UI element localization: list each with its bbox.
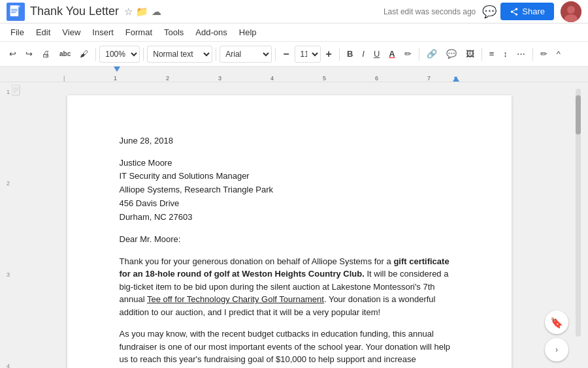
svg-rect-2 xyxy=(11,8,18,9)
inline-comment-button[interactable]: 💬 xyxy=(442,46,461,61)
italic-button[interactable]: I xyxy=(358,46,368,61)
menu-edit[interactable]: Edit xyxy=(31,25,56,39)
increase-font-button[interactable]: + xyxy=(322,46,336,63)
menu-tools[interactable]: Tools xyxy=(159,25,189,39)
divider-5 xyxy=(339,48,340,61)
menu-format[interactable]: Format xyxy=(120,25,157,39)
divider-7 xyxy=(482,48,482,61)
user-avatar[interactable] xyxy=(561,1,581,22)
highlight-button[interactable]: ✏ xyxy=(400,46,416,61)
para1-pre: Thank you for your generous donation on … xyxy=(120,256,394,266)
image-button[interactable]: 🖼 xyxy=(462,46,478,61)
letter-address: Justice Moore IT Security and Solutions … xyxy=(120,157,459,224)
google-docs-icon xyxy=(7,3,25,21)
zoom-select[interactable]: 100%75%125%150% xyxy=(99,46,140,63)
menu-addons[interactable]: Add-ons xyxy=(190,25,232,39)
cloud-icon[interactable]: ☁ xyxy=(152,6,161,18)
link-button[interactable]: 🔗 xyxy=(423,46,441,61)
bottom-right-buttons: 🔖 › xyxy=(545,311,568,361)
divider-6 xyxy=(419,48,419,61)
undo-button[interactable]: ↩ xyxy=(5,46,20,61)
toolbar: ↩ ↪ 🖨 abc 🖌 100%75%125%150% Normal textH… xyxy=(0,42,588,67)
ruler: .rtick { position: absolute; bottom: 0; … xyxy=(0,67,588,82)
paint-format-button[interactable]: 🖌 xyxy=(76,46,92,61)
print-button[interactable]: 🖨 xyxy=(38,46,54,61)
address-line-2: IT Security and Solutions Manager xyxy=(120,170,459,183)
more-options-button[interactable]: ⋯ xyxy=(513,46,529,61)
decrease-font-button[interactable]: − xyxy=(279,46,293,63)
menu-insert[interactable]: Insert xyxy=(87,25,119,39)
divider-3 xyxy=(216,48,216,61)
letter-date: June 28, 2018 xyxy=(120,134,459,147)
redo-button[interactable]: ↪ xyxy=(22,46,37,61)
divider-1 xyxy=(95,48,96,61)
bookmark-button[interactable]: 🔖 xyxy=(545,311,568,334)
svg-rect-4 xyxy=(11,12,16,12)
main-area: 1 2 3 4 June 28, 2018 Justice Moore IT S… xyxy=(0,82,588,368)
doc-title[interactable]: Thank You Letter xyxy=(30,5,119,18)
menu-view[interactable]: View xyxy=(57,25,86,39)
drive-icon[interactable]: 📁 xyxy=(136,6,148,18)
para1-link[interactable]: Tee off for Technology Charity Golf Tour… xyxy=(147,294,324,304)
document-area[interactable]: June 28, 2018 Justice Moore IT Security … xyxy=(10,82,568,368)
svg-point-8 xyxy=(567,6,575,14)
spellcheck-button[interactable]: abc xyxy=(56,48,74,60)
left-margin: 1 2 3 4 xyxy=(0,82,10,368)
menu-bar: File Edit View Insert Format Tools Add-o… xyxy=(0,23,588,42)
address-line-5: Durham, NC 27603 xyxy=(120,211,459,224)
divider-2 xyxy=(143,48,144,61)
letter-paragraph-1: Thank you for your generous donation on … xyxy=(120,255,459,319)
letter-salutation: Dear Mr. Moore: xyxy=(120,233,459,246)
address-line-1: Justice Moore xyxy=(120,157,459,170)
collapse-button[interactable]: ^ xyxy=(553,46,564,61)
bold-button[interactable]: B xyxy=(343,46,357,61)
font-select[interactable]: ArialTimes New RomanCourier New xyxy=(220,46,272,63)
address-line-4: 456 Davis Drive xyxy=(120,197,459,211)
share-button[interactable]: Share xyxy=(500,3,554,20)
left-indent-marker[interactable] xyxy=(114,67,120,72)
font-size-select[interactable]: 1189101214 xyxy=(295,46,321,63)
last-edit-label: Last edit was seconds ago xyxy=(384,7,476,16)
align-button[interactable]: ≡ xyxy=(485,46,498,61)
divider-4 xyxy=(275,48,276,61)
doc-icon xyxy=(12,85,22,98)
document-page[interactable]: June 28, 2018 Justice Moore IT Security … xyxy=(67,95,512,368)
edit-pencil-button[interactable]: ✏ xyxy=(536,46,551,61)
address-line-3: Alliope Systems, Research Triangle Park xyxy=(120,183,459,197)
divider-8 xyxy=(532,48,533,61)
svg-rect-3 xyxy=(11,10,18,11)
expand-button[interactable]: › xyxy=(545,338,568,361)
ruler-inner: .rtick { position: absolute; bottom: 0; … xyxy=(0,67,588,82)
title-bar: Thank You Letter ☆ 📁 ☁ Last edit was sec… xyxy=(0,0,588,23)
scrollbar-track[interactable] xyxy=(576,89,581,337)
menu-help[interactable]: Help xyxy=(234,25,262,39)
right-panel xyxy=(568,82,588,368)
paragraph-style-select[interactable]: Normal textHeading 1Heading 2 xyxy=(147,46,212,63)
comment-button[interactable]: 💬 xyxy=(482,5,497,19)
menu-file[interactable]: File xyxy=(5,25,29,39)
scrollbar-thumb[interactable] xyxy=(576,95,581,134)
line-spacing-button[interactable]: ↕ xyxy=(499,46,512,61)
underline-button[interactable]: U xyxy=(370,46,384,61)
star-icon[interactable]: ☆ xyxy=(124,6,133,18)
text-color-button[interactable]: A xyxy=(385,46,399,61)
letter-paragraph-2: As you may know, with the recent budget … xyxy=(120,328,459,368)
